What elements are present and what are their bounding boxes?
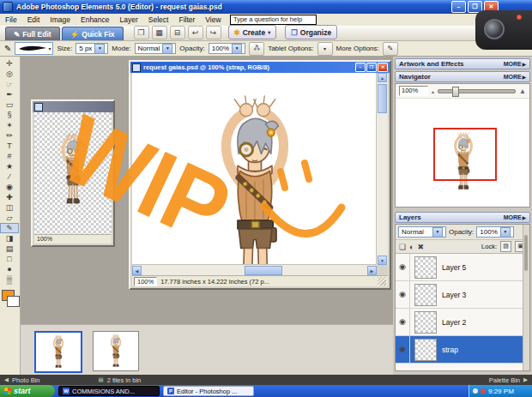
title-bar[interactable]: Adobe Photoshop Elements 5.0 (Editor) - … — [0, 0, 532, 14]
panel-layers-header[interactable]: Layers MORE▶ — [395, 212, 530, 223]
scroll-right-arrow[interactable]: ▶ — [367, 266, 377, 275]
scroll-left-arrow[interactable]: ◀ — [132, 266, 142, 275]
doc-minimize-button[interactable]: – — [355, 63, 366, 72]
paint-bucket-tool[interactable]: ◨ — [0, 233, 19, 244]
more-button[interactable]: MORE▶ — [504, 61, 526, 67]
layer-thumbnail[interactable] — [414, 284, 437, 306]
selection-brush-tool[interactable]: ✏ — [0, 130, 19, 141]
photo-bin-collapse-icon[interactable]: ◀ — [4, 376, 9, 383]
move-tool[interactable]: ✛ — [0, 58, 19, 69]
minimize-button[interactable]: – — [451, 1, 466, 13]
size-combo[interactable]: 5 px▾ — [76, 43, 108, 54]
document-window-secondary[interactable]: 100% — [31, 99, 115, 247]
mode-combo[interactable]: Normal▾ — [135, 43, 177, 54]
chevron-down-icon[interactable]: ▾ — [500, 227, 511, 238]
menu-edit[interactable]: Edit — [22, 15, 45, 24]
menu-select[interactable]: Select — [143, 15, 174, 24]
document-title-bar[interactable] — [33, 101, 113, 112]
navigator-view-rectangle[interactable] — [433, 128, 497, 181]
zoom-slider[interactable] — [438, 89, 516, 93]
more-button[interactable]: MORE▶ — [504, 214, 526, 220]
eyedropper-tool[interactable]: ✒ — [0, 89, 19, 99]
opacity-combo[interactable]: 100%▾ — [209, 43, 245, 54]
chevron-down-icon[interactable]: ▾ — [432, 227, 443, 238]
organize-button[interactable]: ❒ Organize — [285, 25, 337, 39]
photo-bin-thumbnail[interactable] — [93, 331, 139, 371]
palette-bin-label[interactable]: Palette Bin — [489, 376, 520, 384]
photo-bin-thumbnail-selected[interactable] — [34, 331, 82, 373]
undo-button[interactable]: ↩ — [188, 26, 203, 39]
brush-tool[interactable]: ✎ — [0, 223, 19, 233]
document-canvas[interactable] — [34, 112, 112, 234]
layer-thumbnail[interactable] — [414, 339, 437, 361]
palette-bin-expand-icon[interactable]: ▶ — [523, 376, 528, 383]
zoom-slider-thumb[interactable] — [452, 87, 459, 97]
adjustment-layer-icon[interactable]: ◐ — [409, 243, 414, 251]
blend-mode-combo[interactable]: Normal▾ — [398, 226, 446, 238]
eraser-tool[interactable]: ▱ — [0, 213, 19, 223]
doc-restore-button[interactable]: ❒ — [366, 63, 377, 72]
tray-icon[interactable] — [473, 388, 478, 394]
redo-button[interactable]: ↪ — [206, 26, 221, 39]
airbrush-toggle[interactable]: ⁂ — [249, 42, 264, 56]
navigator-zoom-input[interactable]: 100% — [399, 86, 428, 96]
type-tool[interactable]: T — [0, 141, 19, 151]
vertical-scrollbar[interactable]: ▲ ▼ — [376, 73, 388, 265]
scrollbar-thumb[interactable] — [245, 266, 282, 275]
print-button[interactable]: ⊟ — [170, 26, 185, 39]
save-button[interactable]: ▦ — [152, 26, 167, 39]
layers-scrollbar[interactable] — [523, 225, 529, 370]
layers-opacity-combo[interactable]: 100%▾ — [476, 226, 513, 238]
scroll-down-arrow[interactable]: ▼ — [378, 256, 387, 265]
tab-quick-fix[interactable]: ⚡ Quick Fix — [62, 27, 124, 40]
menu-enhance[interactable]: Enhance — [76, 15, 115, 24]
hand-tool[interactable]: ☞ — [0, 79, 19, 89]
scrollbar-thumb[interactable] — [524, 235, 528, 271]
layer-row[interactable]: ◉Layer 2 — [396, 309, 529, 336]
visibility-eye-icon[interactable]: ◉ — [396, 309, 410, 335]
lasso-tool[interactable]: § — [0, 110, 19, 120]
more-button[interactable]: MORE▶ — [504, 74, 526, 80]
menu-image[interactable]: Image — [45, 15, 76, 24]
scroll-up-arrow[interactable]: ▲ — [378, 73, 387, 82]
blur-tool[interactable]: ● — [0, 264, 19, 274]
horizontal-scrollbar[interactable]: ◀ ▶ — [132, 264, 377, 276]
clone-stamp-tool[interactable]: ◫ — [0, 202, 19, 213]
menu-layer[interactable]: Layer — [115, 15, 143, 24]
chevron-down-icon[interactable]: ▾ — [232, 44, 242, 54]
shape-tool[interactable]: □ — [0, 254, 19, 264]
magic-wand-tool[interactable]: ✶ — [0, 120, 19, 130]
help-search-input[interactable]: Type a question for help — [230, 15, 317, 25]
layer-row[interactable]: ◉strap — [396, 336, 529, 364]
tab-full-edit[interactable]: ✎ Full Edit — [5, 27, 60, 40]
open-button[interactable]: ❐ — [134, 26, 149, 39]
tablet-options-button[interactable]: ▾ — [317, 42, 333, 56]
menu-view[interactable]: View — [200, 15, 226, 24]
straighten-tool[interactable]: ∕ — [0, 171, 19, 182]
lock-transparency-icon[interactable]: ▨ — [500, 241, 511, 252]
cookie-cutter-tool[interactable]: ★ — [0, 161, 19, 171]
background-color-swatch[interactable] — [7, 296, 20, 307]
chevron-down-icon[interactable]: ▾ — [162, 44, 172, 54]
zoom-in-icon[interactable]: ▲ — [519, 87, 526, 95]
zoom-tool[interactable]: ◎ — [0, 69, 19, 79]
zoom-level[interactable]: 100% — [134, 277, 157, 286]
layer-thumbnail[interactable] — [414, 256, 437, 279]
photo-bin-label[interactable]: Photo Bin — [12, 376, 40, 384]
visibility-eye-icon[interactable]: ◉ — [396, 254, 410, 280]
menu-filter[interactable]: Filter — [173, 15, 200, 24]
layer-row[interactable]: ◉Layer 5 — [396, 254, 529, 281]
start-button[interactable]: start — [0, 385, 55, 397]
layer-row[interactable]: ◉Layer 3 — [396, 281, 529, 309]
taskbar-item-editor[interactable]: P Editor - Photoshop ... — [163, 386, 254, 396]
panel-navigator-header[interactable]: Navigator MORE▶ — [395, 71, 530, 82]
menu-file[interactable]: File — [0, 15, 22, 24]
panel-artwork-effects-header[interactable]: Artwork and Effects MORE▶ — [395, 58, 530, 69]
zoom-out-icon[interactable]: ▴ — [432, 88, 434, 94]
zoom-level[interactable]: 100% — [37, 236, 52, 242]
delete-layer-icon[interactable]: ✖ — [418, 243, 425, 251]
chevron-down-icon[interactable]: ▾ — [94, 44, 105, 54]
document-window-main[interactable]: request gaias.psd @ 100% (strap, RGB/8) … — [129, 60, 391, 290]
gradient-tool[interactable]: ▤ — [0, 244, 19, 254]
document-canvas[interactable] — [132, 73, 377, 265]
